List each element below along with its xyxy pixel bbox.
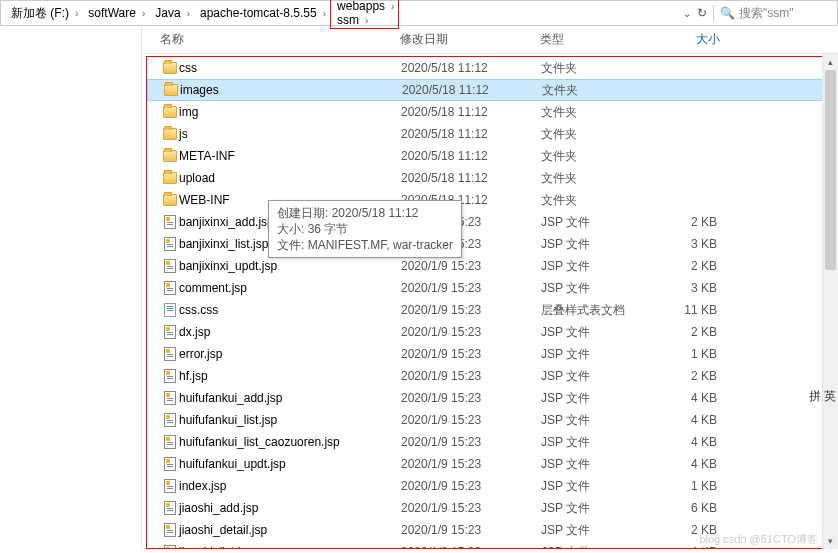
- file-type: JSP 文件: [541, 544, 661, 550]
- list-item[interactable]: index.jsp2020/1/9 15:23JSP 文件1 KB: [147, 475, 827, 497]
- file-name: css: [179, 61, 401, 75]
- breadcrumb-highlight: webapps› ssm›: [330, 0, 399, 29]
- file-name: huifufankui_list.jsp: [179, 413, 401, 427]
- file-type: 文件夹: [541, 60, 661, 77]
- file-icon: [164, 303, 176, 317]
- jsp-file-icon: [164, 435, 176, 449]
- list-item[interactable]: WEB-INF2020/5/18 11:12文件夹: [147, 189, 827, 211]
- file-type: 文件夹: [541, 148, 661, 165]
- folder-icon: [163, 106, 177, 118]
- file-size: 2 KB: [661, 215, 721, 229]
- file-size: 4 KB: [661, 457, 721, 471]
- folder-icon: [163, 62, 177, 74]
- file-date: 2020/1/9 15:23: [401, 457, 541, 471]
- list-item[interactable]: huifufankui_updt.jsp2020/1/9 15:23JSP 文件…: [147, 453, 827, 475]
- file-size: 4 KB: [661, 435, 721, 449]
- file-date: 2020/5/18 11:12: [401, 171, 541, 185]
- list-item[interactable]: banjixinxi_list.jsp2020/1/9 15:23JSP 文件3…: [147, 233, 827, 255]
- scroll-down-icon[interactable]: ▾: [823, 533, 838, 549]
- file-name: banjixinxi_updt.jsp: [179, 259, 401, 273]
- breadcrumb-item[interactable]: Java›: [149, 6, 194, 20]
- list-item[interactable]: upload2020/5/18 11:12文件夹: [147, 167, 827, 189]
- file-name: hf.jsp: [179, 369, 401, 383]
- list-item[interactable]: banjixinxi_updt.jsp2020/1/9 15:23JSP 文件2…: [147, 255, 827, 277]
- scrollbar[interactable]: ▴ ▾: [822, 54, 838, 549]
- search-input[interactable]: 🔍 搜索"ssm": [713, 5, 833, 22]
- breadcrumb-item[interactable]: ssm›: [331, 13, 398, 27]
- file-name: img: [179, 105, 401, 119]
- chevron-down-icon[interactable]: ⌄: [683, 8, 691, 19]
- refresh-icon[interactable]: ↻: [691, 6, 713, 20]
- breadcrumb-item[interactable]: 新加卷 (F:)›: [5, 5, 82, 22]
- breadcrumb-item[interactable]: apache-tomcat-8.5.55›: [194, 6, 330, 20]
- list-item[interactable]: huifufankui_add.jsp2020/1/9 15:23JSP 文件4…: [147, 387, 827, 409]
- breadcrumb-item[interactable]: webapps›: [331, 0, 398, 13]
- list-item[interactable]: img2020/5/18 11:12文件夹: [147, 101, 827, 123]
- jsp-file-icon: [164, 259, 176, 273]
- breadcrumb-items[interactable]: 新加卷 (F:)› softWare› Java› apache-tomcat-…: [5, 0, 679, 29]
- list-item[interactable]: dx.jsp2020/1/9 15:23JSP 文件2 KB: [147, 321, 827, 343]
- column-header-date[interactable]: 修改日期: [400, 31, 540, 48]
- file-type: JSP 文件: [541, 500, 661, 517]
- file-type: JSP 文件: [541, 346, 661, 363]
- chevron-right-icon: ›: [391, 1, 394, 12]
- tree-panel[interactable]: [0, 26, 142, 549]
- scroll-thumb[interactable]: [825, 70, 836, 270]
- breadcrumb-item[interactable]: softWare›: [82, 6, 149, 20]
- list-item[interactable]: banjixinxi_add.jsp2020/1/9 15:23JSP 文件2 …: [147, 211, 827, 233]
- file-date: 2020/1/9 15:23: [401, 347, 541, 361]
- file-name: huifufankui_add.jsp: [179, 391, 401, 405]
- folder-icon: [164, 84, 178, 96]
- list-item[interactable]: comment.jsp2020/1/9 15:23JSP 文件3 KB: [147, 277, 827, 299]
- column-header-name[interactable]: 名称: [160, 31, 400, 48]
- file-size: 2 KB: [661, 259, 721, 273]
- file-type: 层叠样式表文档: [541, 302, 661, 319]
- ime-indicator: 拼 英: [809, 388, 836, 405]
- column-header-type[interactable]: 类型: [540, 31, 660, 48]
- file-date: 2020/5/18 11:12: [402, 83, 542, 97]
- file-name: jiaoshi_detail.jsp: [179, 523, 401, 537]
- file-size: 2 KB: [661, 369, 721, 383]
- search-placeholder: 搜索"ssm": [739, 5, 794, 22]
- file-type: JSP 文件: [541, 236, 661, 253]
- list-item[interactable]: jiaoshi_add.jsp2020/1/9 15:23JSP 文件6 KB: [147, 497, 827, 519]
- file-date: 2020/1/9 15:23: [401, 303, 541, 317]
- tooltip-line: 文件: MANIFEST.MF, war-tracker: [277, 237, 453, 253]
- chevron-right-icon: ›: [323, 8, 326, 19]
- file-type: JSP 文件: [541, 412, 661, 429]
- list-item[interactable]: hf.jsp2020/1/9 15:23JSP 文件2 KB: [147, 365, 827, 387]
- column-header-size[interactable]: 大小: [660, 31, 720, 48]
- list-item[interactable]: js2020/5/18 11:12文件夹: [147, 123, 827, 145]
- file-name: css.css: [179, 303, 401, 317]
- file-date: 2020/1/9 15:23: [401, 435, 541, 449]
- file-date: 2020/1/9 15:23: [401, 325, 541, 339]
- file-list[interactable]: css2020/5/18 11:12文件夹images2020/5/18 11:…: [146, 56, 828, 549]
- file-size: 6 KB: [661, 501, 721, 515]
- file-type: 文件夹: [541, 170, 661, 187]
- folder-icon: [163, 172, 177, 184]
- chevron-right-icon: ›: [365, 15, 368, 26]
- jsp-file-icon: [164, 479, 176, 493]
- list-item[interactable]: error.jsp2020/1/9 15:23JSP 文件1 KB: [147, 343, 827, 365]
- file-type: JSP 文件: [541, 456, 661, 473]
- file-size: 3 KB: [661, 237, 721, 251]
- file-date: 2020/1/9 15:23: [401, 501, 541, 515]
- scroll-up-icon[interactable]: ▴: [823, 54, 838, 70]
- list-item[interactable]: huifufankui_list.jsp2020/1/9 15:23JSP 文件…: [147, 409, 827, 431]
- file-size: 1 KB: [661, 347, 721, 361]
- list-item[interactable]: css.css2020/1/9 15:23层叠样式表文档11 KB: [147, 299, 827, 321]
- chevron-right-icon: ›: [75, 8, 78, 19]
- list-item[interactable]: huifufankui_list_caozuoren.jsp2020/1/9 1…: [147, 431, 827, 453]
- list-item[interactable]: META-INF2020/5/18 11:12文件夹: [147, 145, 827, 167]
- list-item[interactable]: images2020/5/18 11:12文件夹: [147, 79, 827, 101]
- file-date: 2020/1/9 15:23: [401, 391, 541, 405]
- file-name: index.jsp: [179, 479, 401, 493]
- file-date: 2020/5/18 11:12: [401, 127, 541, 141]
- list-header: 名称 修改日期 类型 大小: [142, 26, 838, 54]
- file-name: error.jsp: [179, 347, 401, 361]
- list-item[interactable]: css2020/5/18 11:12文件夹: [147, 57, 827, 79]
- file-size: 1 KB: [661, 479, 721, 493]
- jsp-file-icon: [164, 215, 176, 229]
- jsp-file-icon: [164, 281, 176, 295]
- tooltip: 创建日期: 2020/5/18 11:12 大小: 36 字节 文件: MANI…: [268, 200, 462, 258]
